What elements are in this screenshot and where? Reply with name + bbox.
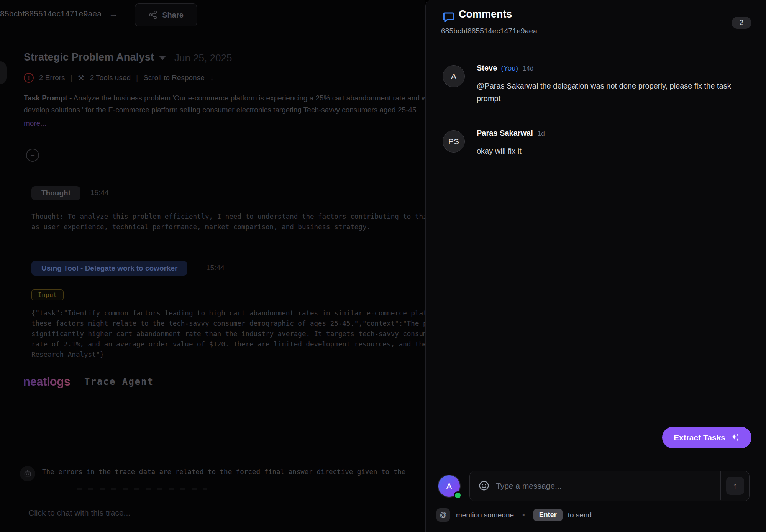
more-link[interactable]: more... (24, 119, 46, 128)
send-button[interactable]: ↑ (726, 477, 744, 495)
faded-text-remnant (77, 488, 207, 490)
tool-timestamp: 15:44 (206, 264, 225, 272)
neatlogs-logo: neatlogs (23, 375, 70, 389)
task-prompt-label: Task Prompt - (24, 94, 72, 102)
trace-agent-label: Trace Agent (84, 376, 154, 387)
tool-input-line: {"task":"Identify common factors leading… (31, 308, 425, 319)
comments-trace-id: 685bcbf885514ec1471e9aea (441, 27, 537, 35)
comment-text: okay will fix it (477, 145, 734, 158)
bullet: • (522, 511, 525, 519)
divider (426, 46, 766, 46)
thought-text-line1: Thought: To analyze this problem efficie… (31, 212, 425, 222)
extract-tasks-label: Extract Tasks (674, 433, 725, 442)
comments-title: Comments (459, 8, 512, 20)
at-mention-icon[interactable]: @ (436, 508, 450, 522)
task-prompt-text: Analyze the business problem 'Our e-comm… (74, 94, 425, 102)
comment-author[interactable]: Paras Sakarwal (477, 129, 533, 138)
tools-icon: ⚒ (78, 73, 85, 82)
mention-hint: mention someone (456, 511, 514, 519)
trace-date: Jun 25, 2025 (174, 52, 232, 64)
chevron-down-icon[interactable] (159, 56, 166, 60)
edge-handle[interactable] (0, 61, 7, 84)
bot-message: The errors in the trace data are related… (42, 468, 425, 476)
message-input[interactable] (495, 471, 711, 501)
online-status-dot (454, 491, 462, 499)
tools-count: 2 Tools used (90, 74, 131, 82)
thought-text-line2: as user experience, technical performanc… (31, 222, 425, 232)
trace-view: 85bcbf885514ec1471e9aea → Share Strategi… (0, 0, 425, 532)
tool-input-line: rate of 2.1%, and an average order value… (31, 339, 425, 350)
comment-bubble-icon (443, 11, 455, 23)
message-input-box: ↑ (469, 471, 750, 501)
tool-input-line: Research Analyst"} (31, 350, 425, 360)
share-icon (148, 10, 157, 20)
tool-input-line: these factors might relate to the tech-s… (31, 319, 425, 329)
agent-title[interactable]: Strategic Problem Analyst (24, 51, 154, 63)
comment-you-tag: (You) (501, 64, 518, 72)
thought-timestamp: 15:44 (90, 189, 109, 197)
extract-tasks-button[interactable]: Extract Tasks (662, 427, 751, 448)
task-prompt-line2: develop solutions.' for the E-commerce p… (24, 106, 425, 114)
divider (14, 496, 425, 496)
collapse-icon[interactable]: − (26, 149, 39, 162)
arrow-down-icon[interactable]: ↓ (210, 74, 214, 82)
arrow-up-icon: ↑ (733, 481, 738, 491)
avatar: PS (443, 130, 465, 153)
meta-separator: | (71, 74, 72, 82)
divider (14, 401, 425, 401)
trace-meta-row: ! 2 Errors | ⚒ 2 Tools used | Scroll to … (24, 73, 214, 83)
topbar-trace-id: 85bcbf885514ec1471e9aea (0, 9, 102, 18)
tool-input-line: significantly higher cart abandonment ra… (31, 329, 425, 339)
error-icon: ! (24, 73, 34, 83)
comment-time: 14d (523, 65, 533, 72)
top-bar: 85bcbf885514ec1471e9aea → Share (0, 0, 425, 30)
avatar: A (443, 65, 465, 87)
input-divider (720, 471, 721, 500)
send-hint: to send (568, 511, 592, 519)
share-label: Share (162, 11, 184, 20)
comments-count-badge: 2 (732, 17, 751, 29)
left-divider (14, 30, 14, 532)
comment-header: Steve (You) 14d (477, 64, 533, 72)
errors-count: 2 Errors (39, 74, 65, 82)
divider (426, 458, 766, 458)
comment-time: 1d (538, 130, 545, 138)
composer-hints: @ mention someone • Enter to send (436, 508, 592, 522)
divider (14, 370, 425, 370)
share-button[interactable]: Share (135, 3, 197, 26)
thought-badge[interactable]: Thought (31, 186, 80, 200)
comment-header: Paras Sakarwal 1d (477, 129, 545, 138)
timeline-line (41, 155, 425, 155)
input-badge: Input (31, 289, 64, 300)
comments-panel: Comments 2 685bcbf885514ec1471e9aea A St… (425, 0, 766, 532)
meta-separator: | (136, 74, 138, 82)
scroll-to-response-link[interactable]: Scroll to Response (143, 74, 204, 82)
emoji-icon[interactable] (478, 480, 490, 491)
using-tool-badge[interactable]: Using Tool - Delegate work to coworker (31, 261, 187, 276)
enter-key-badge: Enter (533, 509, 563, 521)
robot-icon (23, 470, 32, 478)
arrow-right-icon[interactable]: → (109, 8, 118, 19)
bot-avatar (20, 466, 35, 481)
chat-with-trace-placeholder[interactable]: Click to chat with this trace... (28, 508, 130, 517)
sparkles-icon (730, 433, 740, 443)
comment-text: @Paras Sakarwal the delegation was not d… (477, 80, 734, 105)
task-prompt-line1: Task Prompt - Analyze the business probl… (24, 94, 425, 102)
comment-author[interactable]: Steve (477, 64, 497, 72)
